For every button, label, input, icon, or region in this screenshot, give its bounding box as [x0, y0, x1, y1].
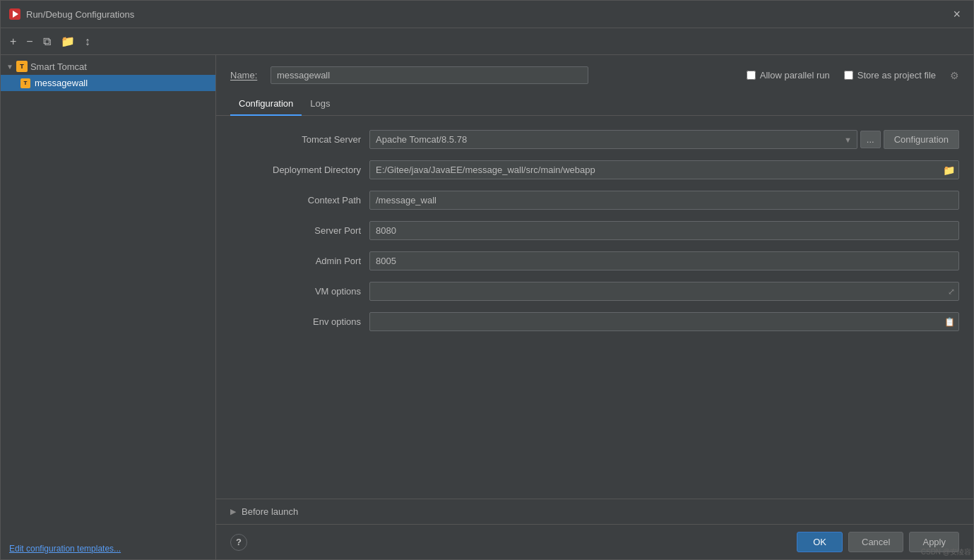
before-launch-chevron-icon[interactable]: ▶	[230, 507, 236, 516]
folder-browse-button[interactable]: 📁	[942, 163, 956, 177]
server-port-input[interactable]	[369, 221, 959, 240]
before-launch-section: ▶ Before launch	[216, 499, 973, 524]
context-path-input[interactable]	[369, 191, 959, 210]
config-panel: Tomcat Server Apache Tomcat/8.5.78 ▼ ...…	[216, 116, 973, 499]
dialog-title: Run/Debug Configurations	[26, 9, 943, 20]
close-button[interactable]: ×	[949, 6, 965, 22]
run-debug-icon	[9, 8, 20, 20]
env-options-row: Env options 📋	[230, 312, 959, 331]
sidebar-group-smart-tomcat: ▼ T Smart Tomcat T messagewall	[1, 55, 215, 94]
admin-port-row: Admin Port	[230, 251, 959, 270]
deployment-directory-field: 📁	[369, 160, 959, 179]
vm-expand-button[interactable]: ⤢	[946, 285, 956, 298]
toolbar: + − ⧉ 📁 ↕	[1, 28, 973, 55]
add-button[interactable]: +	[6, 33, 20, 50]
allow-parallel-label[interactable]: Allow parallel run	[747, 70, 830, 81]
deployment-directory-input[interactable]	[369, 160, 959, 179]
admin-port-input[interactable]	[369, 251, 959, 270]
sidebar-item-label: messagewall	[35, 78, 88, 88]
allow-parallel-checkbox[interactable]	[747, 71, 756, 80]
env-options-field: 📋	[369, 312, 959, 331]
sidebar: ▼ T Smart Tomcat T messagewall Edit conf…	[1, 55, 216, 559]
checkboxes-row: Allow parallel run Store as project file…	[747, 70, 959, 81]
folder-button[interactable]: 📁	[57, 32, 78, 50]
tomcat-server-select-wrapper: Apache Tomcat/8.5.78 ▼	[369, 130, 857, 149]
vm-options-field: ⤢	[369, 282, 959, 301]
tomcat-server-select[interactable]: Apache Tomcat/8.5.78	[369, 130, 857, 149]
name-label: Name:	[230, 70, 262, 81]
sort-button[interactable]: ↕	[81, 33, 94, 50]
tomcat-ellipsis-button[interactable]: ...	[860, 131, 881, 148]
context-path-label: Context Path	[230, 195, 361, 205]
main-content: ▼ T Smart Tomcat T messagewall Edit conf…	[1, 55, 973, 559]
right-panel: Name: Allow parallel run Store as projec…	[216, 55, 973, 559]
remove-button[interactable]: −	[23, 33, 36, 50]
server-port-row: Server Port	[230, 221, 959, 240]
env-copy-button[interactable]: 📋	[943, 316, 956, 328]
deployment-directory-label: Deployment Directory	[230, 165, 361, 175]
tab-configuration[interactable]: Configuration	[230, 93, 302, 116]
sidebar-group-header[interactable]: ▼ T Smart Tomcat	[1, 58, 215, 75]
help-button[interactable]: ?	[230, 534, 247, 551]
cancel-button[interactable]: Cancel	[848, 532, 903, 552]
store-as-project-label[interactable]: Store as project file	[844, 70, 936, 81]
tabs-row: Configuration Logs	[216, 93, 973, 116]
smart-tomcat-icon: T	[16, 61, 28, 72]
gear-icon[interactable]: ⚙	[950, 70, 959, 81]
run-debug-dialog: Run/Debug Configurations × + − ⧉ 📁 ↕ ▼ T…	[0, 0, 974, 560]
vm-options-input[interactable]	[369, 282, 959, 301]
configuration-button[interactable]: Configuration	[884, 130, 959, 149]
env-options-label: Env options	[230, 316, 361, 327]
deployment-directory-row: Deployment Directory 📁	[230, 160, 959, 179]
edit-templates-link[interactable]: Edit configuration templates...	[1, 538, 215, 559]
expand-chevron-icon: ▼	[6, 63, 13, 71]
store-as-project-checkbox[interactable]	[844, 71, 853, 80]
vm-options-label: VM options	[230, 286, 361, 297]
tomcat-server-field-group: Apache Tomcat/8.5.78 ▼ ... Configuration	[369, 130, 959, 149]
sidebar-group-label: Smart Tomcat	[30, 61, 87, 72]
tomcat-server-row: Tomcat Server Apache Tomcat/8.5.78 ▼ ...…	[230, 130, 959, 149]
ok-button[interactable]: OK	[797, 532, 843, 552]
before-launch-label: Before launch	[242, 506, 298, 517]
title-bar: Run/Debug Configurations ×	[1, 1, 973, 28]
context-path-row: Context Path	[230, 191, 959, 210]
tab-logs[interactable]: Logs	[302, 93, 338, 116]
env-options-input[interactable]	[369, 312, 959, 331]
vm-options-row: VM options ⤢	[230, 282, 959, 301]
copy-button[interactable]: ⧉	[40, 33, 54, 50]
tomcat-server-label: Tomcat Server	[230, 134, 361, 145]
messagewall-icon: T	[20, 78, 30, 88]
sidebar-item-messagewall[interactable]: T messagewall	[1, 75, 215, 91]
name-row: Name: Allow parallel run Store as projec…	[216, 55, 973, 93]
bottom-bar: ? OK Cancel Apply	[216, 524, 973, 559]
watermark: CSDN @安陵容	[921, 547, 971, 557]
name-input[interactable]	[271, 66, 588, 84]
admin-port-label: Admin Port	[230, 256, 361, 266]
server-port-label: Server Port	[230, 225, 361, 236]
